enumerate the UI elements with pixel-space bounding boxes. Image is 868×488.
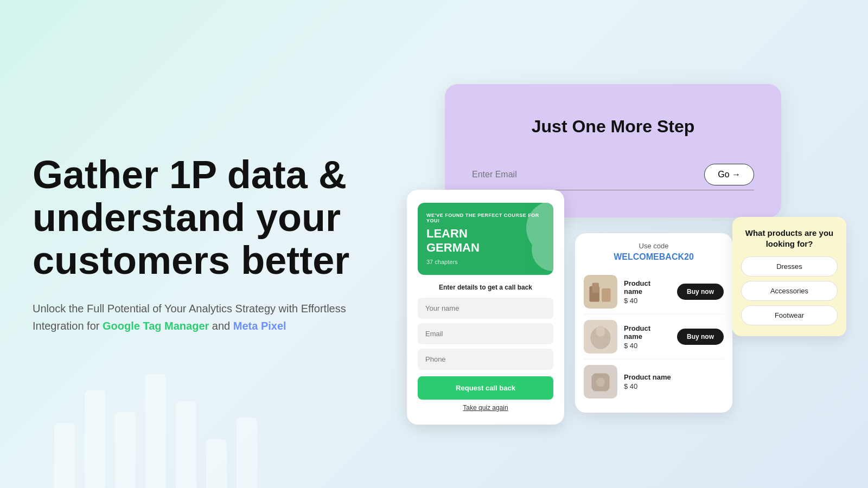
course-waves-icon (510, 203, 553, 275)
product-name-3: Product name (624, 373, 724, 381)
gtm-link[interactable]: Google Tag Manager (103, 320, 209, 332)
course-banner: WE'VE FOUND THE PERFECT COURSE FOR YOU! … (418, 203, 553, 275)
product-name-2: Product name (624, 324, 671, 341)
email-card-title: Just One More Step (472, 117, 754, 137)
use-code-label: Use code (584, 242, 724, 250)
product-name-1: Product name (624, 279, 671, 296)
product-image-3-icon (584, 365, 617, 399)
col-bar-7 (237, 418, 257, 488)
product-price-2: $ 40 (624, 342, 671, 350)
product-thumb-2 (584, 320, 617, 354)
product-info-2: Product name $ 40 (624, 324, 671, 350)
what-products-title: What products are you looking for? (741, 228, 838, 249)
col-bar-6 (206, 439, 227, 488)
col-bar-1 (54, 423, 75, 488)
request-callback-button[interactable]: Request call back (418, 376, 553, 400)
svg-point-8 (596, 378, 605, 387)
col-bar-4 (145, 374, 166, 488)
meta-link[interactable]: Meta Pixel (233, 320, 286, 332)
svg-point-6 (596, 325, 605, 337)
product-thumb-1 (584, 275, 617, 309)
callback-subtitle: Enter details to get a call back (418, 284, 553, 291)
option-footwear[interactable]: Footwear (741, 305, 838, 325)
right-section: Just One More Step Go → WE'VE FOUND THE … (401, 0, 868, 488)
promo-code: WELCOMEBACK20 (584, 252, 724, 262)
option-accessories[interactable]: Accessories (741, 281, 838, 301)
product-price-3: $ 40 (624, 382, 724, 390)
go-button[interactable]: Go → (704, 164, 754, 185)
take-quiz-link[interactable]: Take quiz again (418, 404, 553, 412)
product-info-3: Product name $ 40 (624, 373, 724, 390)
subtext-mid: and (209, 320, 233, 332)
product-image-2-icon (584, 320, 617, 354)
col-bar-2 (85, 390, 105, 488)
sub-text: Unlock the Full Potential of Your Analyt… (33, 300, 358, 335)
phone-field[interactable] (418, 349, 553, 370)
email-field[interactable] (418, 323, 553, 344)
product-image-1-icon (584, 275, 617, 309)
decorative-columns (54, 374, 257, 488)
main-heading: Gather 1P data & understand your custome… (33, 153, 380, 282)
svg-rect-3 (602, 288, 611, 302)
name-field[interactable] (418, 298, 553, 319)
product-item-2: Product name $ 40 Buy now (584, 314, 724, 359)
buy-button-1[interactable]: Buy now (677, 284, 724, 300)
product-card: Use code WELCOMEBACK20 Product name $ 40… (575, 233, 732, 413)
col-bar-5 (176, 401, 196, 488)
product-thumb-3 (584, 365, 617, 399)
product-info-1: Product name $ 40 (624, 279, 671, 305)
callback-card: WE'VE FOUND THE PERFECT COURSE FOR YOU! … (407, 190, 564, 425)
col-bar-3 (115, 412, 136, 488)
buy-button-2[interactable]: Buy now (677, 329, 724, 345)
product-item-3: Product name $ 40 (584, 359, 724, 404)
email-input-row: Go → (472, 164, 754, 190)
email-input[interactable] (472, 170, 695, 179)
product-price-1: $ 40 (624, 297, 671, 305)
what-products-card: What products are you looking for? Dress… (732, 217, 846, 336)
product-item-1: Product name $ 40 Buy now (584, 269, 724, 314)
left-section: Gather 1P data & understand your custome… (33, 153, 380, 335)
option-dresses[interactable]: Dresses (741, 256, 838, 277)
svg-rect-4 (592, 282, 599, 293)
